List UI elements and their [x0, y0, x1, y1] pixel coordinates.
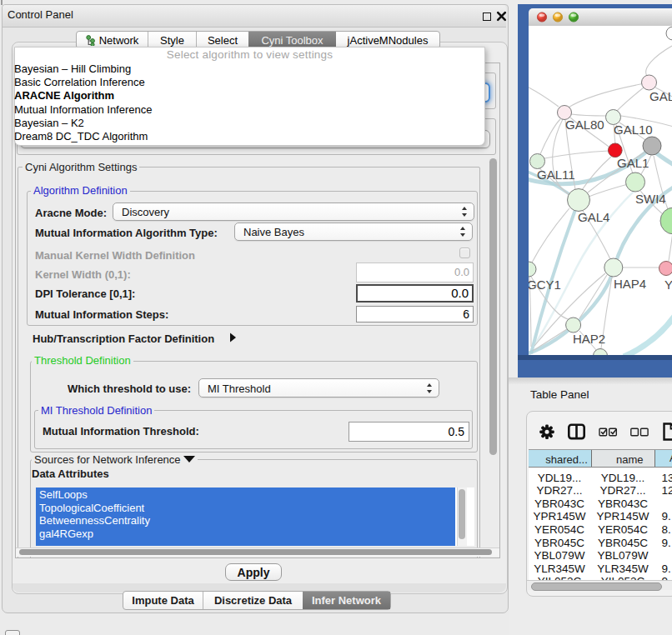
svg-text:GAL4: GAL4 [578, 210, 609, 224]
svg-text:SWI4: SWI4 [635, 192, 666, 206]
svg-text:GAL10: GAL10 [614, 122, 653, 137]
svg-text:GAL7: GAL7 [649, 89, 672, 103]
svg-text:HAP2: HAP2 [573, 332, 605, 346]
svg-text:GCY1: GCY1 [529, 278, 561, 292]
svg-text:GAL80: GAL80 [565, 118, 604, 132]
svg-text:GAL1: GAL1 [617, 156, 649, 170]
svg-text:HAP4: HAP4 [614, 277, 646, 291]
svg-text:YP: YP [664, 278, 672, 292]
svg-text:GAL11: GAL11 [537, 168, 575, 182]
